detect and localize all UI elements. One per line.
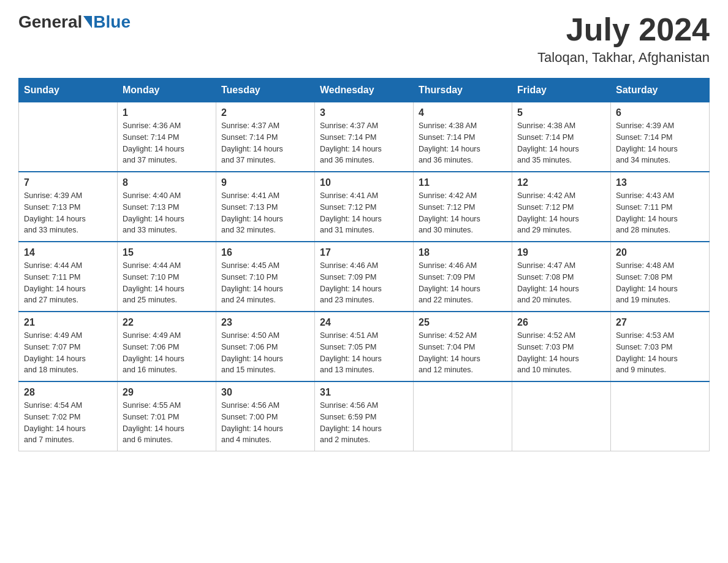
page-header: General Blue July 2024 Taloqan, Takhar, … <box>18 12 710 66</box>
header-day-friday: Friday <box>512 79 611 102</box>
week-row-4: 21Sunrise: 4:49 AM Sunset: 7:07 PM Dayli… <box>19 312 710 381</box>
day-cell: 31Sunrise: 4:56 AM Sunset: 6:59 PM Dayli… <box>315 381 414 451</box>
day-number: 15 <box>123 247 211 258</box>
day-cell: 2Sunrise: 4:37 AM Sunset: 7:14 PM Daylig… <box>216 102 315 172</box>
day-cell: 3Sunrise: 4:37 AM Sunset: 7:14 PM Daylig… <box>315 102 414 172</box>
month-year-title: July 2024 <box>537 12 710 47</box>
day-cell: 29Sunrise: 4:55 AM Sunset: 7:01 PM Dayli… <box>118 381 216 451</box>
day-cell: 5Sunrise: 4:38 AM Sunset: 7:14 PM Daylig… <box>512 102 611 172</box>
week-row-5: 28Sunrise: 4:54 AM Sunset: 7:02 PM Dayli… <box>19 381 710 451</box>
day-number: 19 <box>517 247 605 258</box>
day-cell <box>19 102 118 172</box>
day-info: Sunrise: 4:43 AM Sunset: 7:11 PM Dayligh… <box>616 190 704 236</box>
week-row-3: 14Sunrise: 4:44 AM Sunset: 7:11 PM Dayli… <box>19 242 710 312</box>
day-info: Sunrise: 4:52 AM Sunset: 7:03 PM Dayligh… <box>517 330 605 376</box>
day-cell: 8Sunrise: 4:40 AM Sunset: 7:13 PM Daylig… <box>118 172 216 242</box>
day-info: Sunrise: 4:47 AM Sunset: 7:08 PM Dayligh… <box>517 260 605 306</box>
day-cell: 30Sunrise: 4:56 AM Sunset: 7:00 PM Dayli… <box>216 381 315 451</box>
day-cell: 14Sunrise: 4:44 AM Sunset: 7:11 PM Dayli… <box>19 242 118 312</box>
day-number: 18 <box>419 247 507 258</box>
day-cell: 26Sunrise: 4:52 AM Sunset: 7:03 PM Dayli… <box>512 312 611 381</box>
day-cell: 1Sunrise: 4:36 AM Sunset: 7:14 PM Daylig… <box>118 102 216 172</box>
calendar-table: SundayMondayTuesdayWednesdayThursdayFrid… <box>18 78 710 451</box>
day-cell: 18Sunrise: 4:46 AM Sunset: 7:09 PM Dayli… <box>414 242 512 312</box>
day-number: 29 <box>123 387 211 398</box>
header-day-sunday: Sunday <box>19 79 118 102</box>
logo-general-text: General <box>18 12 82 32</box>
day-cell: 25Sunrise: 4:52 AM Sunset: 7:04 PM Dayli… <box>414 312 512 381</box>
day-cell: 19Sunrise: 4:47 AM Sunset: 7:08 PM Dayli… <box>512 242 611 312</box>
day-number: 13 <box>616 177 704 188</box>
day-number: 10 <box>320 177 408 188</box>
header-day-saturday: Saturday <box>611 79 710 102</box>
day-info: Sunrise: 4:37 AM Sunset: 7:14 PM Dayligh… <box>320 120 408 166</box>
day-number: 3 <box>320 107 408 118</box>
header-day-tuesday: Tuesday <box>216 79 315 102</box>
day-number: 9 <box>221 177 309 188</box>
day-number: 20 <box>616 247 704 258</box>
day-info: Sunrise: 4:49 AM Sunset: 7:07 PM Dayligh… <box>24 330 112 376</box>
day-number: 16 <box>221 247 309 258</box>
day-number: 12 <box>517 177 605 188</box>
day-info: Sunrise: 4:38 AM Sunset: 7:14 PM Dayligh… <box>419 120 507 166</box>
day-cell: 12Sunrise: 4:42 AM Sunset: 7:12 PM Dayli… <box>512 172 611 242</box>
day-number: 30 <box>221 387 309 398</box>
day-number: 1 <box>123 107 211 118</box>
day-info: Sunrise: 4:39 AM Sunset: 7:13 PM Dayligh… <box>24 190 112 236</box>
day-info: Sunrise: 4:40 AM Sunset: 7:13 PM Dayligh… <box>123 190 211 236</box>
days-header-row: SundayMondayTuesdayWednesdayThursdayFrid… <box>19 79 710 102</box>
day-cell: 21Sunrise: 4:49 AM Sunset: 7:07 PM Dayli… <box>19 312 118 381</box>
day-info: Sunrise: 4:41 AM Sunset: 7:13 PM Dayligh… <box>221 190 309 236</box>
day-number: 2 <box>221 107 309 118</box>
day-info: Sunrise: 4:42 AM Sunset: 7:12 PM Dayligh… <box>419 190 507 236</box>
day-number: 31 <box>320 387 408 398</box>
logo-blue-text: Blue <box>93 12 131 32</box>
title-block: July 2024 Taloqan, Takhar, Afghanistan <box>537 12 710 66</box>
day-cell: 15Sunrise: 4:44 AM Sunset: 7:10 PM Dayli… <box>118 242 216 312</box>
day-number: 4 <box>419 107 507 118</box>
day-info: Sunrise: 4:56 AM Sunset: 7:00 PM Dayligh… <box>221 400 309 446</box>
day-info: Sunrise: 4:37 AM Sunset: 7:14 PM Dayligh… <box>221 120 309 166</box>
day-number: 26 <box>517 317 605 328</box>
day-cell: 23Sunrise: 4:50 AM Sunset: 7:06 PM Dayli… <box>216 312 315 381</box>
day-cell: 7Sunrise: 4:39 AM Sunset: 7:13 PM Daylig… <box>19 172 118 242</box>
day-info: Sunrise: 4:39 AM Sunset: 7:14 PM Dayligh… <box>616 120 704 166</box>
day-cell <box>414 381 512 451</box>
header-day-wednesday: Wednesday <box>315 79 414 102</box>
day-number: 22 <box>123 317 211 328</box>
day-number: 27 <box>616 317 704 328</box>
day-info: Sunrise: 4:44 AM Sunset: 7:10 PM Dayligh… <box>123 260 211 306</box>
day-number: 14 <box>24 247 112 258</box>
day-number: 24 <box>320 317 408 328</box>
day-info: Sunrise: 4:49 AM Sunset: 7:06 PM Dayligh… <box>123 330 211 376</box>
logo-arrow-icon <box>83 16 92 28</box>
day-number: 23 <box>221 317 309 328</box>
day-cell: 28Sunrise: 4:54 AM Sunset: 7:02 PM Dayli… <box>19 381 118 451</box>
day-number: 11 <box>419 177 507 188</box>
day-number: 28 <box>24 387 112 398</box>
day-info: Sunrise: 4:46 AM Sunset: 7:09 PM Dayligh… <box>320 260 408 306</box>
header-day-thursday: Thursday <box>414 79 512 102</box>
day-cell: 27Sunrise: 4:53 AM Sunset: 7:03 PM Dayli… <box>611 312 710 381</box>
day-number: 6 <box>616 107 704 118</box>
day-info: Sunrise: 4:36 AM Sunset: 7:14 PM Dayligh… <box>123 120 211 166</box>
day-cell: 17Sunrise: 4:46 AM Sunset: 7:09 PM Dayli… <box>315 242 414 312</box>
day-cell: 6Sunrise: 4:39 AM Sunset: 7:14 PM Daylig… <box>611 102 710 172</box>
day-cell: 9Sunrise: 4:41 AM Sunset: 7:13 PM Daylig… <box>216 172 315 242</box>
location-subtitle: Taloqan, Takhar, Afghanistan <box>537 50 710 66</box>
day-number: 25 <box>419 317 507 328</box>
day-info: Sunrise: 4:53 AM Sunset: 7:03 PM Dayligh… <box>616 330 704 376</box>
day-cell: 10Sunrise: 4:41 AM Sunset: 7:12 PM Dayli… <box>315 172 414 242</box>
day-number: 7 <box>24 177 112 188</box>
day-number: 21 <box>24 317 112 328</box>
day-cell: 11Sunrise: 4:42 AM Sunset: 7:12 PM Dayli… <box>414 172 512 242</box>
day-info: Sunrise: 4:55 AM Sunset: 7:01 PM Dayligh… <box>123 400 211 446</box>
day-info: Sunrise: 4:44 AM Sunset: 7:11 PM Dayligh… <box>24 260 112 306</box>
day-info: Sunrise: 4:42 AM Sunset: 7:12 PM Dayligh… <box>517 190 605 236</box>
day-info: Sunrise: 4:50 AM Sunset: 7:06 PM Dayligh… <box>221 330 309 376</box>
day-cell: 24Sunrise: 4:51 AM Sunset: 7:05 PM Dayli… <box>315 312 414 381</box>
day-info: Sunrise: 4:38 AM Sunset: 7:14 PM Dayligh… <box>517 120 605 166</box>
week-row-2: 7Sunrise: 4:39 AM Sunset: 7:13 PM Daylig… <box>19 172 710 242</box>
day-cell: 13Sunrise: 4:43 AM Sunset: 7:11 PM Dayli… <box>611 172 710 242</box>
day-cell <box>611 381 710 451</box>
